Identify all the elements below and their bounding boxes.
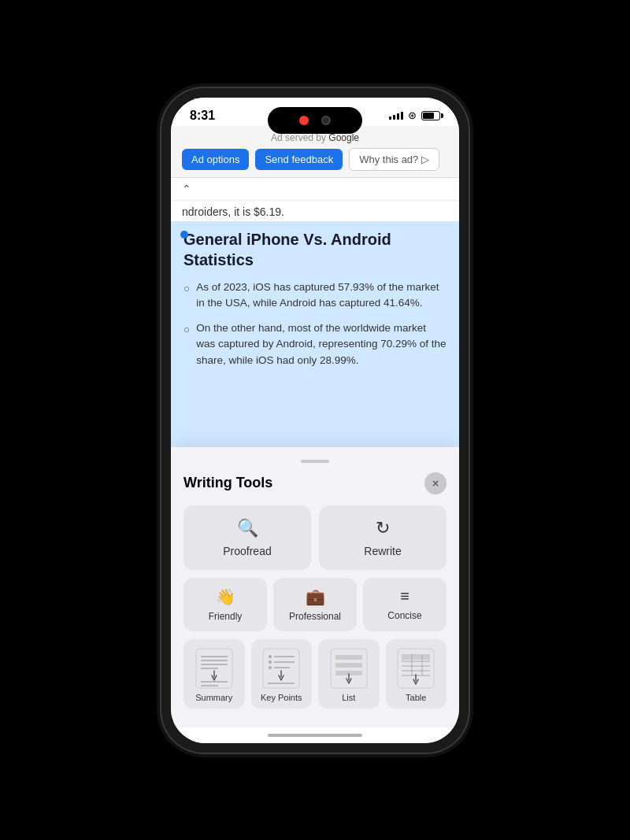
collapse-bar: ⌃ — [171, 178, 459, 201]
text-cursor — [180, 231, 188, 239]
professional-icon: 💼 — [306, 587, 325, 606]
chevron-up-icon: ⌃ — [182, 183, 191, 195]
status-icons: ⊛ — [389, 109, 440, 121]
proofread-icon: 🔍 — [237, 518, 258, 538]
svg-point-13 — [269, 666, 272, 669]
concise-icon: ≡ — [400, 587, 410, 605]
summary-button[interactable]: Summary — [183, 639, 245, 709]
list-doc-icon — [329, 647, 369, 690]
phone-frame: 8:31 ⊛ — [161, 88, 469, 753]
key-points-doc-icon — [261, 647, 301, 690]
writing-tools-panel: Writing Tools × 🔍 Proofread ↻ Rewrite — [171, 447, 459, 727]
content-area: Ad served by Google Ad options Send feed… — [171, 126, 459, 727]
key-points-button[interactable]: Key Points — [251, 639, 313, 709]
professional-label: Professional — [289, 611, 341, 622]
drag-indicator — [301, 460, 329, 463]
list-label: List — [342, 693, 355, 702]
rewrite-icon: ↻ — [376, 518, 390, 538]
proofread-button[interactable]: 🔍 Proofread — [183, 505, 311, 570]
battery-fill — [423, 113, 434, 119]
writing-tools-title: Writing Tools — [183, 475, 272, 491]
summary-label: Summary — [195, 693, 232, 702]
article-list: ○ As of 2023, iOS has captured 57.93% of… — [183, 279, 447, 368]
home-bar — [268, 734, 362, 737]
table-label: Table — [406, 693, 426, 702]
table-button[interactable]: Table — [386, 639, 447, 709]
friendly-label: Friendly — [209, 611, 243, 622]
article-highlighted: General iPhone Vs. Android Statistics ○ … — [171, 221, 459, 447]
table-doc-icon — [396, 647, 435, 690]
status-bar: 8:31 ⊛ — [171, 98, 459, 126]
tools-row-large: 🔍 Proofread ↻ Rewrite — [183, 505, 447, 570]
close-writing-tools-button[interactable]: × — [424, 472, 447, 494]
ad-buttons: Ad options Send feedback Why this ad? ▷ — [182, 148, 448, 171]
send-feedback-button[interactable]: Send feedback — [255, 149, 343, 170]
ad-served-text: Ad served by Google — [182, 132, 448, 143]
home-indicator — [171, 727, 459, 743]
why-this-ad-button[interactable]: Why this ad? ▷ — [349, 148, 439, 171]
article-title: General iPhone Vs. Android Statistics — [183, 229, 447, 270]
collapse-button[interactable]: ⌃ — [182, 183, 191, 195]
dynamic-island — [268, 107, 362, 134]
professional-button[interactable]: 💼 Professional — [273, 578, 357, 631]
battery-icon — [421, 111, 440, 120]
ad-options-button[interactable]: Ad options — [182, 149, 249, 170]
svg-point-9 — [269, 655, 272, 658]
camera-indicator — [321, 116, 331, 125]
key-points-label: Key Points — [261, 693, 302, 702]
proofread-label: Proofread — [223, 545, 271, 557]
svg-rect-8 — [263, 649, 299, 688]
concise-button[interactable]: ≡ Concise — [363, 578, 447, 631]
rewrite-label: Rewrite — [364, 545, 401, 557]
phone-screen: 8:31 ⊛ — [171, 98, 459, 743]
summary-doc-icon — [195, 647, 234, 690]
recording-indicator — [299, 116, 309, 125]
svg-rect-19 — [335, 663, 362, 668]
tools-row-medium: 👋 Friendly 💼 Professional ≡ Concise — [183, 578, 447, 631]
svg-point-11 — [269, 661, 272, 664]
wifi-icon: ⊛ — [408, 109, 417, 121]
article-list-item-1: ○ As of 2023, iOS has captured 57.93% of… — [183, 279, 447, 312]
bullet-icon-1: ○ — [183, 281, 190, 312]
signal-icon — [389, 112, 403, 120]
friendly-button[interactable]: 👋 Friendly — [183, 578, 267, 631]
svg-rect-18 — [335, 655, 362, 660]
list-button[interactable]: List — [318, 639, 380, 709]
play-icon: ▷ — [421, 154, 429, 165]
price-text: ndroiders, it is $6.19. — [171, 201, 459, 221]
writing-tools-header: Writing Tools × — [183, 472, 447, 494]
status-time: 8:31 — [190, 109, 215, 123]
svg-rect-23 — [402, 654, 430, 660]
article-list-item-2: ○ On the other hand, most of the worldwi… — [183, 320, 447, 368]
bullet-icon-2: ○ — [183, 322, 190, 368]
rewrite-button[interactable]: ↻ Rewrite — [319, 505, 447, 570]
friendly-icon: 👋 — [216, 587, 235, 606]
tools-row-small: Summary — [183, 639, 447, 709]
concise-label: Concise — [387, 610, 421, 621]
